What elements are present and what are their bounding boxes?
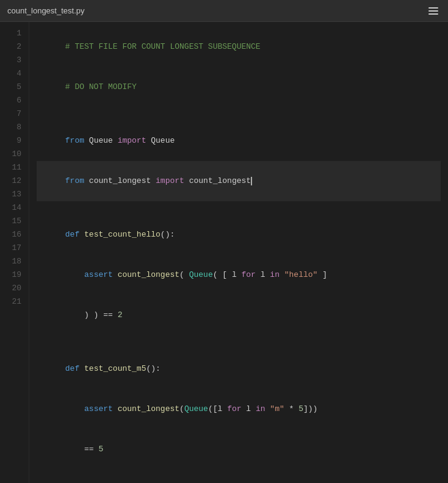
title-bar: count_longest_test.py <box>0 0 448 22</box>
code-content[interactable]: # TEST FILE FOR COUNT LONGEST SUBSEQUENC… <box>29 22 448 483</box>
line-num-3: 3 <box>0 54 29 67</box>
code-line-1: # TEST FILE FOR COUNT LONGEST SUBSEQUENC… <box>37 27 441 67</box>
code-area: 1 2 3 4 5 6 7 8 9 10 11 12 13 14 15 16 1… <box>0 22 448 483</box>
line-num-2: 2 <box>0 40 29 54</box>
line-num-16: 16 <box>0 228 29 242</box>
line-num-17: 17 <box>0 242 29 255</box>
line-num-8: 8 <box>0 121 29 134</box>
line-num-14: 14 <box>0 201 29 215</box>
line-num-21: 21 <box>0 295 29 309</box>
line-num-20: 20 <box>0 282 29 295</box>
code-line-6 <box>37 201 441 215</box>
code-line-3 <box>37 107 441 121</box>
code-line-8: assert count_longest( Queue( [ l for l i… <box>37 255 441 295</box>
line-num-15: 15 <box>0 215 29 228</box>
code-line-4: from Queue import Queue <box>37 121 441 161</box>
filename-label: count_longest_test.py <box>7 6 84 15</box>
line-num-5: 5 <box>0 80 29 94</box>
line-num-12: 12 <box>0 174 29 188</box>
line-num-10: 10 <box>0 148 29 161</box>
line-num-11: 11 <box>0 161 29 174</box>
code-line-7: def test_count_hello(): <box>37 215 441 255</box>
menu-button[interactable] <box>426 5 441 17</box>
code-line-2: # DO NOT MODIFY <box>37 67 441 107</box>
line-num-9: 9 <box>0 134 29 148</box>
code-line-5: from count_longest import count_longest <box>37 161 441 201</box>
line-num-4: 4 <box>0 67 29 80</box>
code-line-8b: ) ) == 2 <box>37 295 441 335</box>
line-num-18: 18 <box>0 255 29 268</box>
code-line-11b: == 5 <box>37 429 441 470</box>
line-num-1: 1 <box>0 27 29 40</box>
code-line-12 <box>37 470 441 483</box>
code-line-10: def test_count_m5(): <box>37 349 441 389</box>
code-line-11: assert count_longest(Queue([l for l in "… <box>37 389 441 429</box>
line-num-6: 6 <box>0 94 29 107</box>
line-num-7: 7 <box>0 107 29 121</box>
code-line-9 <box>37 335 441 349</box>
line-numbers: 1 2 3 4 5 6 7 8 9 10 11 12 13 14 15 16 1… <box>0 22 29 483</box>
line-num-19: 19 <box>0 268 29 282</box>
line-num-13: 13 <box>0 188 29 201</box>
